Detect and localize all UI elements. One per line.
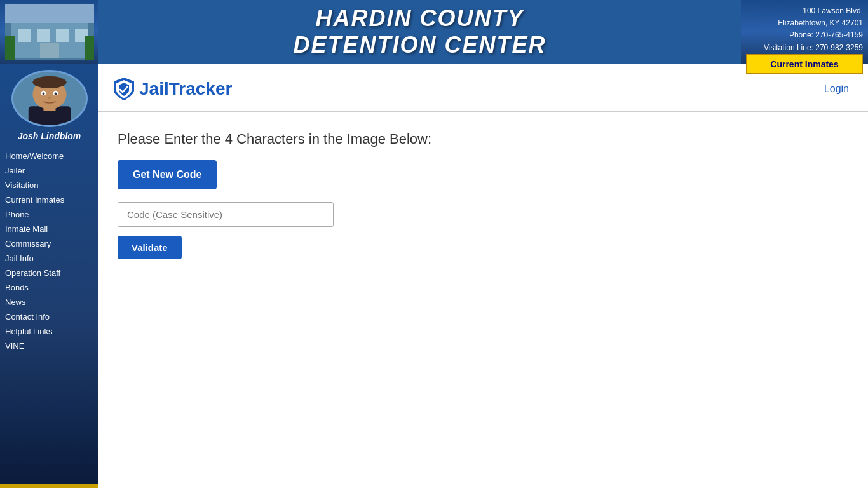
header-logo-area <box>0 0 98 64</box>
jailtracker-shield-icon <box>111 76 137 102</box>
visitation-label: Visitation Line: 270-982-3259 <box>764 42 863 54</box>
svg-rect-3 <box>37 29 50 42</box>
sidebar-item-jail-info[interactable]: Jail Info <box>0 251 98 266</box>
phone-label: Phone: 270-765-4159 <box>764 29 863 41</box>
sidebar-item-bonds[interactable]: Bonds <box>0 280 98 295</box>
sidebar-item-helpful-links[interactable]: Helpful Links <box>0 324 98 339</box>
sidebar-nav: Home/WelcomeJailerVisitationCurrent Inma… <box>0 149 98 353</box>
svg-rect-8 <box>5 4 94 23</box>
avatar-image <box>13 70 86 127</box>
sidebar-item-operation-staff[interactable]: Operation Staff <box>0 266 98 280</box>
header-right: 100 Lawson Blvd. Elizabethtown, KY 42701… <box>741 0 868 64</box>
user-name: Josh Lindblom <box>18 131 81 141</box>
header-title-line2: Detention Center <box>293 32 546 58</box>
svg-rect-2 <box>18 29 31 42</box>
svg-rect-4 <box>56 29 69 42</box>
sidebar-item-commissary[interactable]: Commissary <box>0 236 98 251</box>
svg-rect-9 <box>5 36 15 60</box>
sidebar-item-vine[interactable]: VINE <box>0 339 98 353</box>
main-content: JailTracker Login Please Enter the 4 Cha… <box>98 64 868 488</box>
building-image <box>5 4 94 60</box>
content-area: Please Enter the 4 Characters in the Ima… <box>98 112 868 488</box>
jailtracker-logo-normal: Jail <box>139 79 169 98</box>
jailtracker-logo-bold: Tracker <box>169 79 233 98</box>
page-header: Hardin County Detention Center 100 Lawso… <box>0 0 868 64</box>
current-inmates-header-button[interactable]: Current Inmates <box>746 54 863 74</box>
body-layout: Josh Lindblom Home/WelcomeJailerVisitati… <box>0 64 868 488</box>
svg-point-20 <box>48 97 51 99</box>
header-title: Hardin County Detention Center <box>293 5 546 58</box>
sidebar-item-inmate-mail[interactable]: Inmate Mail <box>0 222 98 236</box>
header-address: 100 Lawson Blvd. Elizabethtown, KY 42701… <box>764 5 863 54</box>
svg-point-19 <box>54 93 57 95</box>
sidebar-item-news[interactable]: News <box>0 295 98 309</box>
svg-rect-6 <box>40 43 59 58</box>
sidebar-item-visitation[interactable]: Visitation <box>0 178 98 193</box>
captcha-prompt: Please Enter the 4 Characters in the Ima… <box>118 131 849 147</box>
address-line1: 100 Lawson Blvd. <box>764 5 863 17</box>
jailtracker-logo-text: JailTracker <box>139 79 232 99</box>
validate-button[interactable]: Validate <box>118 236 182 259</box>
avatar <box>11 70 88 127</box>
svg-rect-10 <box>85 36 94 60</box>
sidebar-item-home-welcome[interactable]: Home/Welcome <box>0 149 98 163</box>
get-new-code-button[interactable]: Get New Code <box>118 160 217 189</box>
sidebar-gold-bar <box>0 484 98 488</box>
jailtracker-logo: JailTracker <box>111 76 232 102</box>
sidebar-item-phone[interactable]: Phone <box>0 207 98 222</box>
header-title-line1: Hardin County <box>293 5 546 32</box>
address-line2: Elizabethtown, KY 42701 <box>764 17 863 29</box>
header-center: Hardin County Detention Center <box>98 0 741 64</box>
login-link[interactable]: Login <box>824 83 849 95</box>
sidebar-item-contact-info[interactable]: Contact Info <box>0 309 98 324</box>
sidebar: Josh Lindblom Home/WelcomeJailerVisitati… <box>0 64 98 488</box>
svg-point-15 <box>32 76 66 88</box>
svg-point-18 <box>42 93 44 95</box>
sidebar-item-jailer[interactable]: Jailer <box>0 163 98 178</box>
code-input[interactable] <box>118 202 334 227</box>
sidebar-item-current-inmates[interactable]: Current Inmates <box>0 193 98 207</box>
